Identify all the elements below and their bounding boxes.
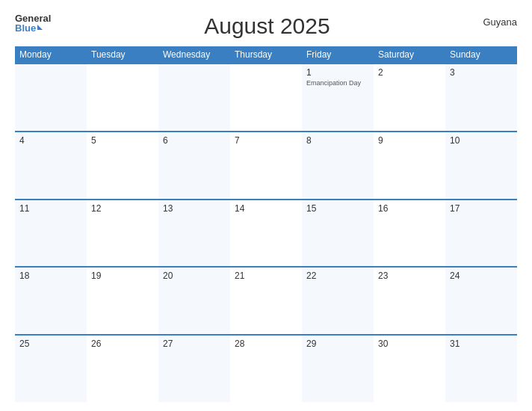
cal-cell-aug22: 22: [302, 268, 374, 334]
day-20: 20: [163, 271, 226, 281]
day-28: 28: [235, 339, 297, 349]
day-10: 10: [450, 135, 513, 146]
day-30: 30: [378, 339, 441, 349]
cal-cell-aug25: 25: [15, 336, 87, 402]
week-4: 18 19 20 21 22 23 24: [15, 266, 517, 334]
page: General Blue August 2025 Guyana Monday T…: [0, 0, 532, 411]
day-17: 17: [450, 203, 513, 214]
cal-cell-aug24: 24: [445, 268, 517, 334]
day-31: 31: [450, 339, 513, 349]
cal-cell-aug29: 29: [302, 336, 374, 402]
cal-cell-aug19: 19: [87, 268, 158, 334]
cal-cell-empty-2: [87, 64, 158, 131]
day-13: 13: [163, 203, 226, 214]
day-3: 3: [450, 67, 513, 78]
day-9: 9: [378, 135, 441, 146]
cal-cell-aug11: 11: [15, 200, 87, 267]
cal-cell-aug21: 21: [230, 268, 302, 334]
calendar: Monday Tuesday Wednesday Thursday Friday…: [15, 46, 517, 402]
cal-cell-aug2: 2: [374, 64, 445, 131]
cal-cell-empty-1: [15, 64, 87, 131]
col-monday: Monday: [15, 46, 87, 63]
cal-cell-aug27: 27: [158, 336, 230, 402]
day-12: 12: [91, 203, 154, 214]
col-sunday: Sunday: [445, 46, 517, 63]
day-16: 16: [378, 203, 441, 214]
cal-cell-aug31: 31: [445, 336, 517, 402]
day-4: 4: [19, 135, 82, 146]
week-5: 25 26 27 28 29 30 31: [15, 334, 517, 402]
day-14: 14: [235, 203, 297, 214]
logo: General Blue: [15, 13, 51, 33]
cal-cell-aug12: 12: [87, 200, 158, 267]
col-tuesday: Tuesday: [87, 46, 158, 63]
day-26: 26: [91, 339, 154, 349]
cal-cell-empty-4: [230, 64, 302, 131]
day-22: 22: [306, 271, 369, 281]
day-8: 8: [306, 135, 369, 146]
cal-cell-aug26: 26: [87, 336, 158, 402]
cal-cell-aug6: 6: [158, 132, 230, 199]
cal-cell-aug4: 4: [15, 132, 87, 199]
col-friday: Friday: [302, 46, 374, 63]
day-24: 24: [450, 271, 513, 281]
day-18: 18: [19, 271, 82, 281]
cal-cell-aug3: 3: [445, 64, 517, 131]
cal-cell-aug10: 10: [445, 132, 517, 199]
day-7: 7: [235, 135, 297, 146]
col-wednesday: Wednesday: [158, 46, 230, 63]
day-27: 27: [163, 339, 226, 349]
cal-cell-aug30: 30: [374, 336, 445, 402]
day-6: 6: [163, 135, 226, 146]
day-19: 19: [91, 271, 154, 281]
day-1: 1: [306, 67, 369, 78]
cal-cell-aug1: 1 Emancipation Day: [302, 64, 374, 131]
header: General Blue August 2025 Guyana: [15, 13, 517, 39]
cal-cell-aug18: 18: [15, 268, 87, 334]
logo-blue-text: Blue: [15, 23, 43, 33]
cal-cell-aug23: 23: [374, 268, 445, 334]
cal-cell-aug8: 8: [302, 132, 374, 199]
cal-cell-aug17: 17: [445, 200, 517, 267]
cal-cell-aug28: 28: [230, 336, 302, 402]
cal-cell-empty-3: [158, 64, 230, 131]
cal-cell-aug9: 9: [374, 132, 445, 199]
cal-cell-aug5: 5: [87, 132, 158, 199]
day-23: 23: [378, 271, 441, 281]
day-5: 5: [91, 135, 154, 146]
country-label: Guyana: [483, 13, 517, 28]
cal-cell-aug20: 20: [158, 268, 230, 334]
cal-cell-aug14: 14: [230, 200, 302, 267]
col-saturday: Saturday: [374, 46, 445, 63]
emancipation-day-label: Emancipation Day: [306, 79, 369, 88]
day-15: 15: [306, 203, 369, 214]
day-29: 29: [306, 339, 369, 349]
logo-triangle-icon: [37, 25, 43, 30]
calendar-header: Monday Tuesday Wednesday Thursday Friday…: [15, 46, 517, 63]
day-2: 2: [378, 67, 441, 78]
cal-cell-aug13: 13: [158, 200, 230, 267]
cal-cell-aug7: 7: [230, 132, 302, 199]
calendar-body: 1 Emancipation Day 2 3 4 5 6: [15, 63, 517, 402]
cal-cell-aug16: 16: [374, 200, 445, 267]
day-21: 21: [235, 271, 297, 281]
col-thursday: Thursday: [230, 46, 302, 63]
cal-cell-aug15: 15: [302, 200, 374, 267]
week-2: 4 5 6 7 8 9 10: [15, 131, 517, 199]
day-11: 11: [19, 203, 82, 214]
week-3: 11 12 13 14 15 16 17: [15, 199, 517, 267]
week-1: 1 Emancipation Day 2 3: [15, 63, 517, 131]
month-title: August 2025: [51, 13, 483, 39]
day-25: 25: [19, 339, 82, 349]
